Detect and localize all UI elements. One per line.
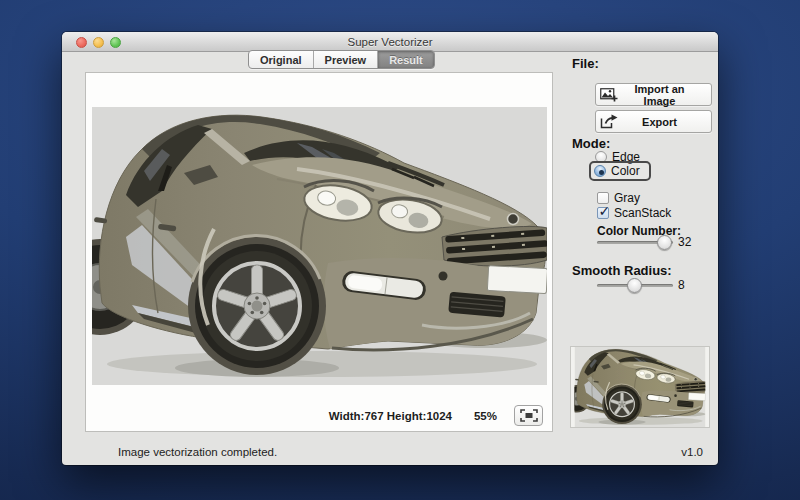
thumbnail-car-image — [573, 347, 707, 427]
color-number-value: 32 — [678, 235, 691, 250]
scanstack-checkbox[interactable]: ScanStack — [597, 206, 671, 220]
image-panel: Width:767 Height:1024 55% — [85, 72, 553, 432]
mode-section-label: Mode: — [572, 136, 610, 151]
original-image-thumbnail — [570, 346, 710, 428]
app-window: Super Vectorizer Original Preview Result… — [62, 32, 718, 465]
radio-selected-icon — [594, 165, 606, 177]
export-icon — [596, 114, 622, 129]
vectorized-image-canvas[interactable] — [92, 107, 547, 385]
maximize-button[interactable] — [110, 37, 121, 48]
window-title: Super Vectorizer — [62, 32, 718, 52]
color-radio[interactable]: Color — [589, 161, 651, 181]
zoom-level: 55% — [474, 410, 497, 422]
titlebar: Super Vectorizer — [62, 32, 718, 52]
smooth-radius-slider[interactable] — [597, 278, 673, 293]
import-image-icon — [596, 87, 622, 102]
import-image-label: Import an Image — [622, 83, 711, 107]
image-info-bar: Width:767 Height:1024 55% — [329, 405, 543, 426]
export-label: Export — [622, 116, 711, 128]
tab-result[interactable]: Result — [378, 51, 434, 68]
image-dimensions: Width:767 Height:1024 — [329, 410, 452, 422]
traffic-lights — [76, 37, 121, 48]
color-radio-label: Color — [611, 164, 640, 178]
desktop-background: Super Vectorizer Original Preview Result… — [0, 0, 800, 500]
import-image-button[interactable]: Import an Image — [595, 83, 712, 106]
view-tabs: Original Preview Result — [248, 50, 435, 69]
smooth-radius-label: Smooth Radius: — [572, 263, 672, 278]
export-button[interactable]: Export — [595, 110, 712, 133]
color-number-slider-knob[interactable] — [657, 235, 672, 250]
minimize-button[interactable] — [93, 37, 104, 48]
file-section-label: File: — [572, 56, 599, 71]
tab-original[interactable]: Original — [249, 51, 314, 68]
checkbox-checked-icon — [597, 207, 609, 219]
vectorized-car-image — [92, 107, 547, 385]
smooth-radius-slider-knob[interactable] — [627, 278, 642, 293]
close-button[interactable] — [76, 37, 87, 48]
scanstack-checkbox-label: ScanStack — [614, 206, 671, 220]
color-number-slider[interactable] — [597, 235, 673, 250]
fit-to-window-icon — [520, 409, 538, 422]
gray-checkbox-label: Gray — [614, 191, 640, 205]
version-label: v1.0 — [681, 446, 703, 458]
tab-preview[interactable]: Preview — [314, 51, 379, 68]
fit-to-window-button[interactable] — [514, 405, 543, 426]
smooth-radius-value: 8 — [678, 278, 685, 293]
status-message: Image vectorization completed. — [118, 446, 277, 458]
